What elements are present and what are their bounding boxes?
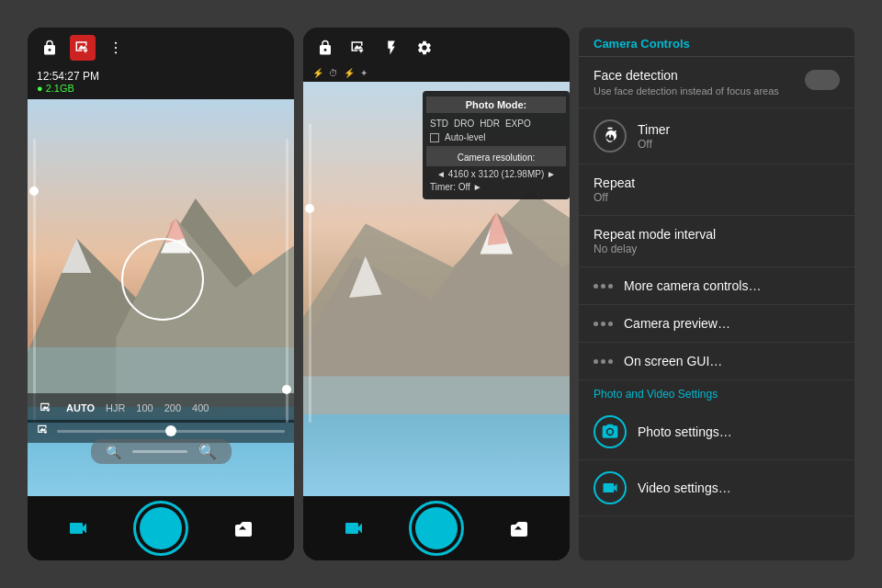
gui-dots-icon [594, 359, 613, 364]
face-detection-desc: Use face detection instead of focus area… [594, 85, 779, 96]
resolution-label: Camera resolution: [458, 153, 535, 163]
more-controls-dots-icon [594, 284, 613, 288]
zoom-controls[interactable]: 🔍 🔍 [91, 439, 232, 464]
iso-bar: AUTO HJR 100 200 400 [28, 393, 294, 423]
phone-panel-2: ⚡ ⏱ ⚡ ✦ [303, 28, 570, 560]
focus-circle-1 [121, 238, 204, 321]
video-button-1[interactable] [62, 512, 95, 545]
shutter-inner-2 [415, 507, 458, 549]
photo-menu-overlay[interactable]: Photo Mode: STD DRO HDR EXPO Auto-level … [423, 91, 570, 199]
photo-modes-row: STD DRO HDR EXPO [423, 117, 570, 130]
settings-panel: Camera Controls Face detection Use face … [579, 28, 854, 560]
face-detection-label: Face detection [594, 68, 779, 83]
small-icon-flash[interactable]: ⚡ [312, 68, 323, 78]
on-screen-gui-label: On screen GUI… [624, 354, 840, 368]
exposure-minus-icon [37, 424, 50, 439]
exposure-icon-2[interactable] [345, 35, 371, 61]
video-settings-label: Video settings… [638, 481, 840, 495]
mode-dro[interactable]: DRO [454, 119, 474, 129]
iso-400[interactable]: 400 [192, 402, 209, 413]
svg-rect-18 [303, 414, 570, 496]
viewfinder-2[interactable]: Photo Mode: STD DRO HDR EXPO Auto-level … [303, 82, 570, 496]
iso-200[interactable]: 200 [164, 402, 181, 413]
camera-preview-item[interactable]: Camera preview… [579, 305, 854, 343]
bottom-controls-1 [28, 496, 294, 560]
side-slider[interactable] [286, 139, 288, 423]
settings-title: Camera Controls [594, 37, 840, 51]
more-controls-label: More camera controls… [624, 278, 840, 293]
svg-point-1 [115, 47, 117, 49]
exposure-adj-icon[interactable] [37, 399, 55, 417]
repeat-value: Off [594, 191, 840, 204]
more-controls-text: More camera controls… [624, 278, 840, 293]
left-slider-2[interactable] [309, 123, 311, 423]
phone-panel-1: 12:54:27 PM ● 2.1GB [28, 28, 294, 560]
video-button-2[interactable] [337, 512, 370, 545]
on-screen-gui-text: On screen GUI… [624, 354, 840, 368]
preview-dots-icon [594, 322, 613, 326]
small-icon-hdr[interactable]: ✦ [360, 68, 368, 78]
zoom-out-icon[interactable]: 🔍 [106, 445, 121, 459]
mode-std[interactable]: STD [430, 119, 448, 129]
flash-icon-2[interactable] [379, 35, 404, 61]
repeat-interval-text: Repeat mode interval No delay [594, 227, 840, 255]
more-icon-1[interactable] [103, 35, 129, 61]
timer-text: Timer Off [638, 122, 840, 151]
left-slider-thumb-2 [305, 204, 314, 213]
face-detection-toggle[interactable] [805, 70, 840, 90]
repeat-interval-label: Repeat mode interval [594, 227, 840, 242]
video-settings-text: Video settings… [638, 481, 840, 495]
timer-label: Timer [638, 122, 840, 137]
repeat-label: Repeat [594, 175, 840, 190]
left-slider[interactable] [33, 139, 36, 423]
auto-level-row: Auto-level [423, 130, 570, 144]
iso-hjr[interactable]: HJR [106, 402, 125, 413]
zoom-bar: 🔍 🔍 [28, 439, 294, 464]
timer-value: Off [638, 138, 840, 151]
small-icon-timer[interactable]: ⏱ [329, 68, 338, 78]
iso-100[interactable]: 100 [136, 402, 153, 413]
iso-auto[interactable]: AUTO [66, 402, 95, 413]
lock-icon-1[interactable] [37, 35, 62, 61]
status-storage: ● 2.1GB [37, 83, 285, 94]
shutter-button-1[interactable] [133, 501, 188, 556]
svg-point-0 [115, 42, 117, 44]
zoom-in-icon[interactable]: 🔍 [198, 443, 217, 460]
flip-button-1[interactable] [227, 512, 260, 545]
status-time: 12:54:27 PM [37, 70, 285, 83]
settings-icon-2[interactable] [412, 35, 437, 61]
mode-hdr[interactable]: HDR [480, 119, 500, 129]
camera-preview-label: Camera preview… [624, 316, 840, 331]
repeat-interval-item[interactable]: Repeat mode interval No delay [579, 216, 854, 267]
photo-settings-item[interactable]: Photo settings… [579, 404, 854, 460]
face-detection-top: Face detection Use face detection instea… [594, 68, 840, 96]
timer-row[interactable]: Timer: Off ► [423, 180, 570, 194]
face-detection-item[interactable]: Face detection Use face detection instea… [579, 57, 854, 108]
repeat-interval-value: No delay [594, 243, 840, 255]
photo-settings-text: Photo settings… [638, 424, 840, 439]
on-screen-gui-item[interactable]: On screen GUI… [579, 343, 854, 380]
photo-menu-header: Photo Mode: [426, 96, 566, 113]
repeat-text: Repeat Off [594, 175, 840, 204]
flip-button-2[interactable] [503, 512, 536, 545]
shutter-button-2[interactable] [409, 501, 464, 556]
small-icon-flash2[interactable]: ⚡ [344, 68, 355, 78]
lock-icon-2[interactable] [312, 35, 338, 61]
timer-icon [594, 119, 627, 153]
topbar-icons-left-1 [37, 35, 129, 61]
status-bar-1: 12:54:27 PM ● 2.1GB [28, 68, 294, 99]
repeat-item[interactable]: Repeat Off [579, 164, 854, 216]
mode-expo[interactable]: EXPO [505, 119, 531, 129]
more-camera-controls-item[interactable]: More camera controls… [579, 267, 854, 305]
video-settings-item[interactable]: Video settings… [579, 460, 854, 516]
timer-item[interactable]: Timer Off [579, 108, 854, 164]
viewfinder-1[interactable]: AUTO HJR 100 200 400 🔍 🔍 [28, 99, 294, 496]
face-detection-text-block: Face detection Use face detection instea… [594, 68, 779, 96]
resolution-value[interactable]: ◄ 4160 x 3120 (12.98MP) ► [423, 168, 570, 180]
auto-level-checkbox[interactable] [430, 133, 439, 142]
svg-point-2 [115, 51, 117, 53]
topbar-icons-2 [312, 35, 437, 61]
exposure-slider[interactable] [57, 430, 285, 433]
shutter-inner-1 [140, 507, 182, 549]
exposure-icon-1[interactable] [70, 35, 96, 61]
